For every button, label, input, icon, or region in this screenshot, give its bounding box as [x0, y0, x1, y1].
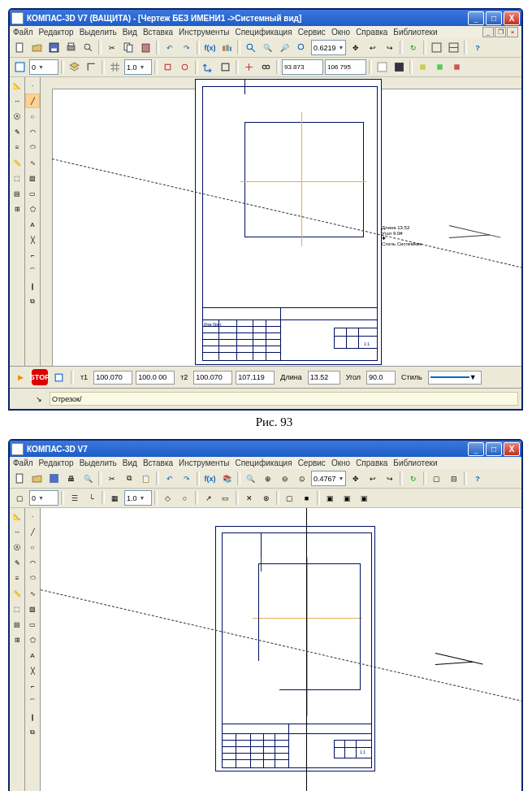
grid-button[interactable]: ▦ [107, 490, 123, 506]
cp-meas[interactable]: 📏 [10, 586, 24, 601]
maximize-button[interactable]: □ [486, 11, 502, 25]
state-button[interactable]: ▢ [12, 490, 28, 506]
copy-button[interactable] [121, 40, 136, 55]
paste-button[interactable]: 📋 [138, 471, 154, 486]
doc-min-button[interactable]: _ [482, 27, 494, 37]
view2-button[interactable]: ⊟ [446, 471, 461, 486]
zoom-next-button[interactable]: ↪ [382, 40, 397, 55]
cp-edit[interactable]: ✎ [10, 124, 24, 139]
zoom-scale-button[interactable]: ⊙ [294, 471, 309, 486]
menu-file[interactable]: Файл [13, 459, 33, 467]
tool-arc[interactable]: ◠ [25, 555, 40, 570]
cut-button[interactable]: ✂ [104, 471, 119, 486]
menu-spec[interactable]: Спецификация [235, 28, 292, 37]
tool-rect[interactable]: ▭ [25, 186, 40, 201]
cp-assoc[interactable]: ⊞ [10, 202, 24, 216]
zoom-in-button[interactable]: 🔍 [260, 40, 275, 55]
assoc-button[interactable]: ⊗ [258, 490, 274, 506]
menu-edit[interactable]: Редактор [39, 459, 74, 467]
libman-button[interactable]: 📚 [219, 471, 235, 486]
stop-button[interactable]: STOP [32, 369, 48, 385]
pan-button[interactable]: ✥ [348, 471, 363, 486]
cp-geometry[interactable]: 📐 [10, 509, 24, 524]
titlebar[interactable]: КОМПАС-3D V7 (ВАЩИТА) - [Чертеж БЕЗ ИМЕН… [10, 10, 521, 26]
tool-aux[interactable]: ╳ [25, 233, 40, 247]
y2-field[interactable]: 107.119 [236, 371, 275, 385]
tool-chamfer[interactable]: ⌐ [25, 679, 40, 693]
cp-symbols[interactable]: Ⓐ [10, 540, 24, 554]
titlebar[interactable]: КОМПАС-3D V7 _ □ X [10, 441, 521, 457]
print-button[interactable]: 🖶 [63, 471, 79, 486]
tool-copy[interactable]: ⧉ [25, 725, 40, 740]
bg1-button[interactable]: ▢ [282, 490, 297, 506]
tool-copy[interactable]: ⧉ [25, 294, 40, 309]
zoom-next-button[interactable]: ↪ [382, 471, 397, 486]
cp-param[interactable]: ≡ [10, 571, 24, 585]
new-button[interactable] [12, 40, 28, 55]
zoom-window-button[interactable]: 🔍 [243, 471, 258, 486]
zoom-prev-button[interactable]: ↩ [365, 471, 380, 486]
help-button[interactable]: ? [469, 40, 485, 55]
menu-service[interactable]: Сервис [298, 28, 326, 37]
ortho-button[interactable]: └ [84, 490, 99, 506]
zoom-in-button[interactable]: ⊕ [260, 471, 275, 486]
paste-button[interactable] [138, 40, 154, 55]
tool-point[interactable]: · [25, 509, 40, 524]
tool-fillet[interactable]: ⌒ [25, 263, 40, 278]
snap-button[interactable] [160, 59, 175, 75]
cmd-input[interactable]: Отрезок/ [50, 392, 518, 406]
drawing-canvas[interactable]: Изм Лист 1:1 Длина 13.52 Угол 9.0# ✚ Сти… [41, 77, 521, 366]
grid-button[interactable] [107, 59, 123, 75]
menu-file[interactable]: Файл [13, 28, 33, 37]
tool-fillet[interactable]: ⌒ [25, 694, 40, 709]
auto-create-button[interactable]: ▶ [13, 370, 28, 385]
coord-button[interactable] [218, 59, 233, 75]
tool-poly[interactable]: ⬠ [25, 202, 40, 216]
close-button[interactable]: X [504, 442, 520, 456]
zoom-prev-button[interactable]: ↩ [365, 40, 380, 55]
minimize-button[interactable]: _ [468, 11, 484, 25]
cp-spec[interactable]: ▤ [10, 617, 24, 632]
tool-hatch[interactable]: ▨ [25, 171, 40, 185]
tool-equid[interactable]: ∥ [25, 710, 40, 724]
menu-window[interactable]: Окно [331, 28, 350, 37]
cp-spec[interactable]: ▤ [10, 186, 24, 201]
tool-poly[interactable]: ⬠ [25, 632, 40, 647]
menu-spec[interactable]: Спецификация [235, 459, 292, 467]
save-button[interactable] [46, 471, 62, 486]
style-field[interactable]: ▼ [428, 371, 482, 385]
menu-window[interactable]: Окно [331, 459, 350, 467]
cp-geometry[interactable]: 📐 [10, 78, 24, 93]
menu-libs[interactable]: Библиотеки [393, 28, 437, 37]
m2-button[interactable] [432, 59, 448, 75]
snap2-button[interactable] [177, 59, 192, 75]
x1-field[interactable]: 100.070 [93, 371, 132, 385]
m2-button[interactable]: ▣ [340, 490, 355, 506]
cp-assoc[interactable]: ⊞ [10, 632, 24, 647]
len-field[interactable]: 13.52 [308, 371, 340, 385]
zoom-out-button[interactable]: 🔎 [277, 40, 292, 55]
tool-line[interactable]: ╱ [25, 524, 40, 539]
doc-restore-button[interactable]: ❐ [495, 27, 506, 37]
menu-service[interactable]: Сервис [298, 459, 326, 467]
tool-spline[interactable]: ∿ [25, 155, 40, 170]
zoom-field[interactable]: 0.6219▼ [311, 40, 346, 55]
menu-insert[interactable]: Вставка [143, 459, 173, 467]
view1-button[interactable] [429, 40, 444, 55]
bg1-button[interactable] [374, 59, 390, 75]
bg2-button[interactable] [391, 59, 407, 75]
tool-equid[interactable]: ∥ [25, 279, 40, 293]
tool-ellipse[interactable]: ⬭ [25, 571, 40, 585]
cut-button[interactable]: ✂ [104, 40, 119, 55]
tool-line[interactable]: ╱ [25, 93, 40, 108]
cp-dim[interactable]: ↔ [10, 524, 24, 539]
tool-ellipse[interactable]: ⬭ [25, 140, 40, 154]
coord-button[interactable]: ▭ [218, 490, 233, 506]
zoom-field[interactable]: 0.4767▼ [311, 471, 346, 486]
lcs-button[interactable]: ↗ [201, 490, 216, 506]
coord-x-field[interactable]: 93 873 [282, 59, 323, 75]
tool-aux[interactable]: ╳ [25, 663, 40, 678]
coord-y-field[interactable]: 106 795 [325, 59, 366, 75]
m3-button[interactable]: ▣ [357, 490, 372, 506]
tool-text[interactable]: A [25, 648, 40, 663]
